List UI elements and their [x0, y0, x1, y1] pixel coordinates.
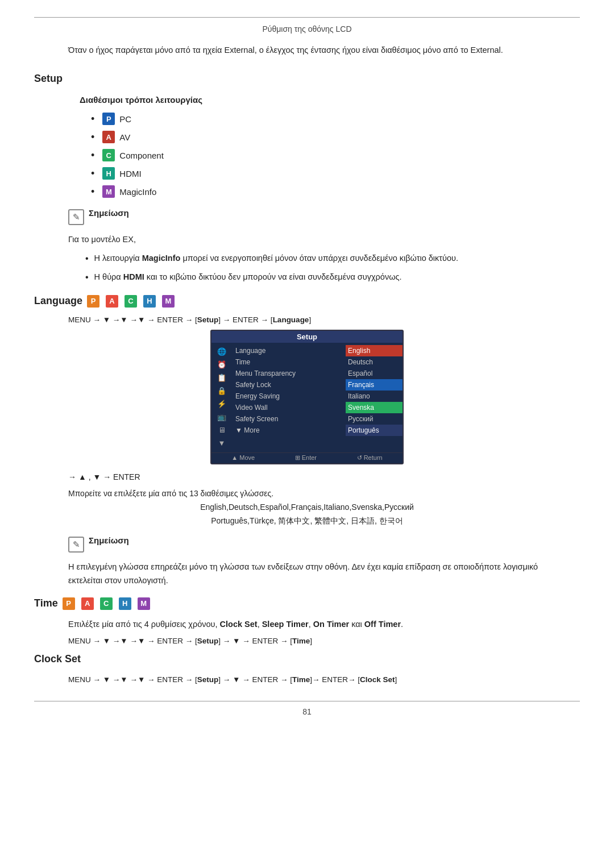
note-icon: ✎: [68, 209, 84, 225]
menu-icon: ▼: [215, 438, 229, 449]
language-note-text: Η επιλεγμένη γλώσσα επηρεάζει μόνο τη γλ…: [68, 560, 546, 587]
setup-note-box: ✎ Σημείωση: [68, 208, 546, 225]
language-heading: Language: [34, 295, 82, 307]
badge-m: M: [102, 185, 115, 198]
languages-line1: English,Deutsch,Español,Français,Italian…: [68, 501, 546, 514]
note-bullet-2: Η θύρα HDMI και το κιβώτιο δικτύου δεν μ…: [94, 271, 402, 283]
menu-footer-move: ▲ Move: [231, 454, 255, 462]
page-header: Ρύθμιση της οθόνης LCD: [34, 24, 580, 34]
menu-label: Safety Screen: [232, 413, 346, 425]
menu-label: Video Wall: [232, 402, 346, 413]
setup-sub-heading: Διαθέσιμοι τρόποι λειτουργίας: [80, 95, 580, 105]
list-item: • Η λειτουργία MagicInfo μπορεί να ενεργ…: [85, 252, 546, 266]
time-menu-path: MENU → ▼ →▼ →▼ → ENTER → [Setup] → ▼ → E…: [68, 637, 546, 645]
menu-footer-enter: ⊞ Enter: [295, 454, 317, 462]
language-menu-path: MENU → ▼ →▼ →▼ → ENTER → [Setup] → ENTER…: [68, 315, 546, 324]
menu-value: Español: [346, 368, 403, 379]
badge-p: P: [87, 295, 99, 308]
page-number: 81: [34, 707, 580, 716]
menu-icon: ⏰: [215, 359, 229, 371]
menu-value: Deutsch: [346, 356, 403, 368]
language-badge-row: P A C H M: [87, 295, 179, 308]
bullet-dot: •: [91, 113, 94, 125]
mode-label-pc: PC: [119, 114, 131, 124]
badge-h: H: [119, 597, 131, 610]
language-section-header: Language P A C H M: [34, 295, 580, 308]
list-item: • A AV: [91, 131, 580, 143]
menu-title: Setup: [211, 331, 403, 343]
language-arrow-line: → ▲ , ▼ → ENTER: [68, 472, 546, 481]
time-badge-row: P A C H M: [63, 597, 155, 610]
bullet-dot: •: [91, 168, 94, 180]
menu-value: English: [346, 345, 403, 356]
clock-set-menu-path: MENU → ▼ →▼ →▼ → ENTER → [Setup] → ▼ → E…: [68, 675, 546, 684]
menu-footer-return: ↺ Return: [357, 454, 383, 462]
menu-icon: 🖥: [215, 425, 229, 436]
menu-label: Time: [232, 356, 346, 368]
badge-a: A: [102, 131, 115, 143]
list-item: • H HDMI: [91, 167, 580, 180]
bullet-dot: •: [85, 271, 89, 285]
clock-set-heading: Clock Set: [34, 653, 580, 665]
bottom-rule: [34, 701, 580, 701]
menu-value: Русский: [346, 413, 403, 425]
menu-label: Language: [232, 345, 346, 356]
mode-label-magicinfo: MagicInfo: [119, 187, 156, 197]
mode-label-hdmi: HDMI: [119, 169, 141, 178]
menu-icon: 🌐: [215, 346, 229, 358]
menu-value: Português: [346, 425, 403, 436]
intro-text: Όταν ο ήχος παράγεται μόνο από τα ηχεία …: [68, 44, 546, 57]
badge-p: P: [63, 597, 75, 610]
menu-label: Safety Lock: [232, 379, 346, 391]
time-heading: Time: [34, 597, 58, 609]
list-item: • P PC: [91, 113, 580, 125]
menu-label: Menu Transparency: [232, 368, 346, 379]
badge-c: C: [100, 597, 113, 610]
mode-label-component: Component: [119, 151, 164, 160]
menu-values-col: English Deutsch Español Français Italian…: [346, 345, 403, 450]
clock-set-section: Clock Set MENU → ▼ →▼ →▼ → ENTER → [Setu…: [34, 653, 580, 684]
menu-footer: ▲ Move ⊞ Enter ↺ Return: [211, 452, 403, 463]
setup-heading: Setup: [34, 73, 580, 85]
list-item: • M MagicInfo: [91, 185, 580, 198]
bullet-dot: •: [85, 252, 89, 266]
menu-icon: 🔒: [215, 385, 229, 397]
menu-label: ▼ More: [232, 425, 346, 436]
badge-h: H: [102, 167, 115, 180]
setup-note-intro: Για το μοντέλο EX,: [68, 233, 546, 246]
note-label: Σημείωση: [89, 535, 129, 545]
badge-a: A: [106, 295, 118, 308]
setup-note-bullets: • Η λειτουργία MagicInfo μπορεί να ενεργ…: [85, 252, 546, 285]
time-section: Time P A C H M Επιλέξτε μία από τις 4 ρυ…: [34, 597, 580, 645]
available-languages: Μπορείτε να επιλέξετε μία από τις 13 δια…: [68, 487, 546, 528]
menu-body: 🌐 ⏰ 📋 🔒 ⚡ 📺 🖥 ▼ Language Time Menu Trans…: [211, 343, 403, 452]
page-container: Ρύθμιση της οθόνης LCD Όταν ο ήχος παράγ…: [34, 0, 580, 750]
menu-icons-col: 🌐 ⏰ 📋 🔒 ⚡ 📺 🖥 ▼: [211, 345, 232, 450]
menu-value: Italiano: [346, 391, 403, 402]
top-rule: [34, 17, 580, 18]
note-icon: ✎: [68, 537, 84, 553]
badge-m: M: [162, 295, 175, 308]
language-note-box: ✎ Σημείωση: [68, 535, 546, 553]
note-label: Σημείωση: [89, 208, 129, 218]
menu-icon: 📺: [215, 412, 229, 423]
badge-p: P: [102, 113, 115, 125]
time-section-header: Time P A C H M: [34, 597, 580, 610]
badge-m: M: [138, 597, 150, 610]
menu-icon: 📋: [215, 372, 229, 384]
badge-c: C: [102, 149, 115, 161]
list-item: • C Component: [91, 149, 580, 161]
list-item: • Η θύρα HDMI και το κιβώτιο δικτύου δεν…: [85, 271, 546, 285]
badge-h: H: [143, 295, 156, 308]
menu-label: Energy Saving: [232, 391, 346, 402]
menu-labels-col: Language Time Menu Transparency Safety L…: [232, 345, 346, 450]
available-text: Μπορείτε να επιλέξετε μία από τις 13 δια…: [68, 487, 546, 501]
mode-label-av: AV: [119, 132, 130, 142]
bullet-dot: •: [91, 186, 94, 198]
note-bullet-1: Η λειτουργία MagicInfo μπορεί να ενεργοπ…: [94, 252, 458, 264]
bullet-dot: •: [91, 131, 94, 143]
menu-icon: ⚡: [215, 398, 229, 410]
languages-line2: Português,Türkçe, 简体中文, 繁體中文, 日本語, 한국어: [68, 514, 546, 528]
menu-value: Svenska: [346, 402, 403, 413]
menu-value: Français: [346, 379, 403, 391]
